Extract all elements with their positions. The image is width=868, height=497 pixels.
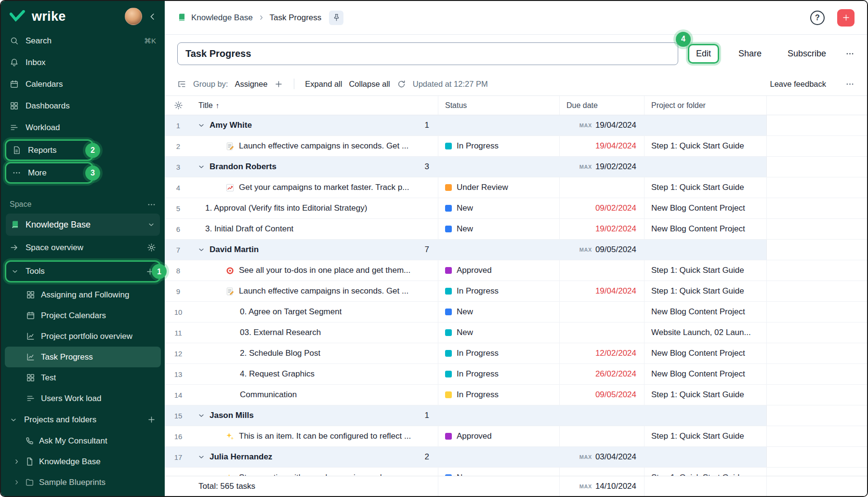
chevron-right-icon[interactable] [13,479,20,486]
task-row[interactable]: 9 Launch effective campaigns in seconds.… [165,281,867,302]
project-cell[interactable]: Step 1: Quick Start Guide [644,426,767,446]
sidebar-item-calendars[interactable]: Calendars [1,73,165,95]
project-cell[interactable]: Website Launch, 02 Laun... [644,322,767,343]
sidebar-item-users-work-load[interactable]: Users Work load [1,388,165,409]
task-row[interactable]: 6 3. Initial Draft of Content New 19/02/… [165,219,867,240]
column-header-project[interactable]: Project or folder [644,96,767,115]
project-cell[interactable]: Step 1: Quick Start Guide [644,260,767,281]
group-row-jason-mills[interactable]: 15 Jason Mills 1 [165,405,867,426]
collapse-group-icon[interactable] [197,163,205,171]
task-title[interactable]: Launch effective campaigns in seconds. G… [239,286,408,296]
sidebar-item-knowledge-base[interactable]: Knowledge Base [1,451,165,472]
task-row[interactable]: 2 Launch effective campaigns in seconds.… [165,136,867,157]
due-date-cell[interactable]: 12/02/2024 [560,343,644,363]
add-group-by-icon[interactable] [274,80,283,89]
chevron-down-icon[interactable] [11,268,19,275]
project-cell[interactable]: New Blog Content Project [644,198,767,218]
group-row-brandon-roberts[interactable]: 3 Brandon Roberts 3 MAX19/02/2024 [165,157,867,177]
sidebar-item-inbox[interactable]: Inbox [1,52,165,73]
task-row[interactable]: 14 Communication In Progress 09/05/2024 … [165,385,867,405]
status-cell[interactable]: In Progress [438,364,560,384]
sidebar-item-projects-and-folders[interactable]: Projects and folders [1,409,165,430]
project-cell[interactable]: Step 1: Quick Start Guide [644,177,767,198]
project-cell[interactable]: Step 1: Quick Start Guide [644,281,767,301]
sidebar-item-task-progress[interactable]: Task Progress [5,347,161,367]
project-cell[interactable]: New Blog Content Project [644,343,767,363]
sidebar-item-assigning-and-following[interactable]: Assigning and Following [1,284,165,305]
group-row-amy-white[interactable]: 1 Amy White 1 MAX19/04/2024 [165,115,867,136]
title-more-actions-icon[interactable] [845,49,855,58]
group-by-value[interactable]: Assignee [235,80,267,89]
task-row[interactable]: 12 2. Schedule Blog Post In Progress 12/… [165,343,867,364]
task-row[interactable]: 4 Get your campaigns to market faster. T… [165,177,867,198]
sidebar-item-tools[interactable]: Tools [6,262,159,281]
collapse-group-icon[interactable] [197,246,205,254]
breadcrumb-space[interactable]: Knowledge Base [191,13,253,23]
task-row[interactable]: 16 This is an item. It can be configured… [165,426,867,447]
edit-button[interactable]: Edit [689,45,718,62]
due-date-cell[interactable] [560,426,644,446]
sidebar-item-project-calendars[interactable]: Project Calendars [1,305,165,326]
collapse-sidebar-icon[interactable] [148,12,157,21]
status-cell[interactable]: In Progress [438,343,560,363]
gear-icon[interactable] [147,243,156,252]
add-button[interactable] [837,9,855,27]
share-button[interactable]: Share [732,45,768,62]
toolbar-more-icon[interactable] [845,80,855,89]
status-cell[interactable]: In Progress [438,281,560,301]
table-settings-icon[interactable] [174,101,183,110]
task-row[interactable]: 8 See all your to-dos in one place and g… [165,260,867,281]
sidebar-item-search[interactable]: Search ⌘K [1,30,165,52]
group-row-julia-hernandez[interactable]: 17 Julia Hernandez 2 MAX03/04/2024 [165,447,867,468]
group-by-icon[interactable] [177,80,186,89]
sidebar-item-test[interactable]: Test [1,367,165,388]
collapse-all-button[interactable]: Collapse all [349,80,390,89]
project-cell[interactable]: New Blog Content Project [644,219,767,239]
add-project-icon[interactable] [147,415,156,424]
pin-icon[interactable] [329,11,343,25]
column-header-status[interactable]: Status [438,96,560,115]
project-cell[interactable]: Step 1: Quick Start Guide [644,385,767,405]
help-button[interactable]: ? [810,11,825,25]
sidebar-item-ask-my-consultant[interactable]: Ask My Consultant [1,430,165,451]
task-title[interactable]: Get your campaigns to market faster. Tra… [239,183,409,192]
sidebar-item-workload[interactable]: Workload [1,117,165,138]
expand-all-button[interactable]: Expand all [305,80,342,89]
status-cell[interactable]: Under Review [438,177,560,198]
sidebar-item-reports[interactable]: Reports [6,141,92,160]
status-cell[interactable]: In Progress [438,385,560,405]
column-header-title[interactable]: Title ↑ [192,96,438,115]
collapse-group-icon[interactable] [197,412,205,419]
task-title[interactable]: 2. Schedule Blog Post [240,349,320,358]
status-cell[interactable]: New [438,302,560,322]
leave-feedback-button[interactable]: Leave feedback [770,80,826,89]
task-title[interactable]: 0. Agree on Target Segment [240,307,342,317]
collapse-group-icon[interactable] [197,121,205,129]
collapse-group-icon[interactable] [197,453,205,461]
status-cell[interactable]: New [438,219,560,239]
due-date-cell[interactable] [560,302,644,322]
subscribe-button[interactable]: Subscribe [781,45,833,62]
group-row-david-martin[interactable]: 7 David Martin 7 MAX09/05/2024 [165,240,867,260]
task-row[interactable]: 10 0. Agree on Target Segment New New Bl… [165,302,867,322]
sidebar-item-sample-blueprints[interactable]: Sample Blueprints [1,472,165,493]
due-date-cell[interactable] [560,177,644,198]
chevron-down-icon[interactable] [10,416,17,424]
task-row[interactable]: 13 4. Request Graphics In Progress 26/02… [165,364,867,385]
task-row[interactable]: 5 1. Approval (Verify fits into Editoria… [165,198,867,219]
task-title[interactable]: 03. External Research [240,328,321,337]
status-cell[interactable]: New [438,198,560,218]
sidebar-item-space-overview[interactable]: Space overview [1,237,165,258]
project-cell[interactable]: Step 1: Quick Start Guide [644,136,767,156]
due-date-cell[interactable]: 26/02/2024 [560,364,644,384]
due-date-cell[interactable] [560,260,644,281]
avatar[interactable] [125,8,142,25]
due-date-cell[interactable]: 19/02/2024 [560,219,644,239]
due-date-cell[interactable]: 09/02/2024 [560,198,644,218]
chevron-right-icon[interactable] [13,458,20,465]
task-title[interactable]: 4. Request Graphics [240,369,315,379]
due-date-cell[interactable]: 09/05/2024 [560,385,644,405]
column-header-due-date[interactable]: Due date [560,96,644,115]
space-more-icon[interactable] [147,200,156,209]
sidebar-item-dashboards[interactable]: Dashboards [1,95,165,117]
